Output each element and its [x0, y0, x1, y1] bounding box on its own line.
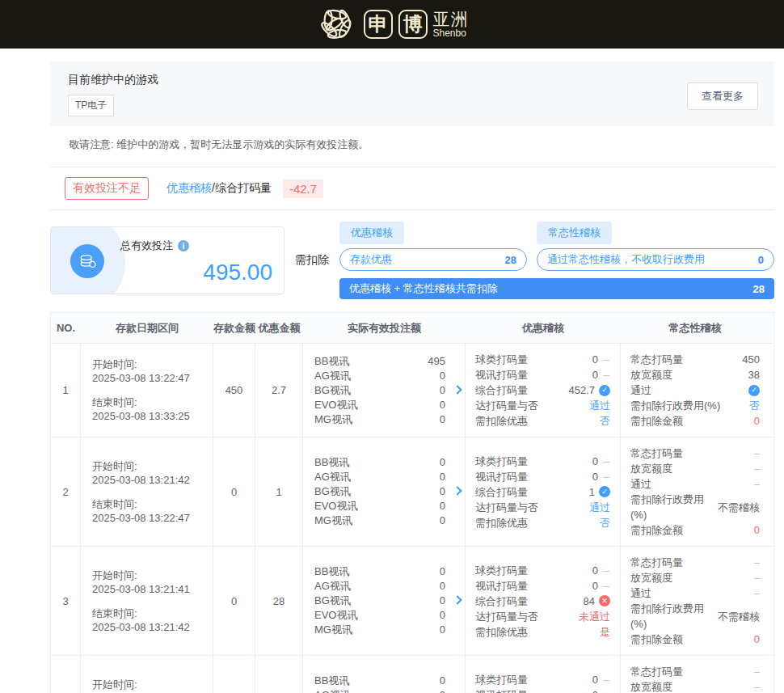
row-number: 3 [51, 547, 81, 655]
game-bet-value: 0 [440, 688, 445, 693]
game-bet-value: 495 [428, 354, 445, 369]
audit-line: 视讯打码量0– [475, 469, 610, 484]
audit-line: 视讯打码量0– [475, 578, 610, 594]
audit-line-value: – [754, 664, 760, 679]
bet-line: EVO视讯0 [314, 398, 445, 412]
game-bet-value: 0 [440, 412, 445, 427]
info-icon[interactable]: i [178, 240, 189, 251]
game-bet-value: 0 [440, 579, 445, 594]
audit-line-label: 通过 [630, 476, 754, 492]
deficit-value: -42.7 [283, 180, 323, 198]
game-bet-value: 0 [440, 369, 445, 383]
header-deposit-period: 存款日期区间 [81, 313, 213, 343]
bonus-amount: 1 [255, 437, 303, 546]
audit-line: 球类打码量0– [475, 454, 610, 469]
audit-line: 通过– [630, 476, 760, 492]
audit-line: 综合打码量1✓ [475, 484, 610, 500]
audit-line: 放宽额度– [630, 570, 760, 585]
end-time-label: 结束时间: [92, 395, 204, 409]
game-name: EVO视讯 [314, 398, 357, 412]
audit-line-value: 0 [592, 367, 598, 382]
audit-line-label: 需扣除行政费用(%) [630, 492, 718, 522]
audit-line-label: 常态打码量 [630, 446, 754, 461]
audit-line-value: 0 [592, 469, 598, 484]
deposit-period-cell: 开始时间:2025-03-08 02:05:16结束时间:2025-03-08 … [81, 656, 213, 693]
audit-line: 视讯打码量0– [475, 687, 610, 693]
audit-line-label: 需扣除优惠 [475, 515, 600, 530]
game-name: MG视讯 [314, 412, 352, 427]
deposit-period-cell: 开始时间:2025-03-08 13:22:47结束时间:2025-03-08 … [81, 344, 213, 437]
expand-chevron-icon[interactable] [453, 595, 462, 604]
start-time-label: 开始时间: [92, 568, 204, 582]
audit-line-label: 视讯打码量 [475, 367, 592, 382]
top-header-bar: 申 博 亚洲 Shenbo [0, 0, 784, 49]
maintenance-panel: 目前维护中的游戏 TP电子 查看更多 [50, 61, 774, 126]
table-header-row: NO. 存款日期区间 存款金额 优惠金额 实际有效投注额 优惠稽核 常态性稽核 [51, 313, 773, 344]
table-row: 4开始时间:2025-03-08 02:05:16结束时间:2025-03-08… [51, 656, 773, 693]
audit-line-value: 0 [754, 522, 760, 538]
tab-promo-audit[interactable]: 优惠稽核 [339, 222, 404, 244]
flower-logo-icon [316, 3, 358, 45]
page-content: 目前维护中的游戏 TP电子 查看更多 敬请注意: 维护中的游戏，暂时无法显示游戏… [50, 61, 774, 693]
audit-line-value: 0 [592, 454, 598, 469]
dash-icon: – [602, 455, 610, 467]
audit-line-label: 视讯打码量 [475, 469, 592, 484]
dash-icon: – [602, 354, 610, 366]
game-name: BB视讯 [314, 564, 349, 579]
audit-line-value: 0 [592, 578, 598, 594]
audit-line-label: 需扣除行政费用(%) [630, 601, 718, 632]
game-name: BB视讯 [314, 354, 349, 369]
audit-line-label: 放宽额度 [630, 367, 748, 382]
regular-deduction-field[interactable]: 通过常态性稽核，不收取行政费用 0 [537, 248, 774, 271]
audit-controls: 优惠稽核 常态性稽核 存款优惠 28 通过常态性稽核，不收取行政费用 0 优惠稽… [339, 222, 774, 299]
audit-line-label: 综合打码量 [475, 594, 584, 609]
dash-icon: – [602, 674, 610, 685]
audit-line-value: – [754, 570, 760, 585]
audit-line-label: 放宽额度 [630, 679, 754, 693]
brand-logo: 申 博 亚洲 Shenbo [316, 3, 469, 45]
promo-deduction-field[interactable]: 存款优惠 28 [339, 248, 527, 271]
promo-audit-link[interactable]: 优惠稽核 [166, 181, 212, 196]
header-regular-audit: 常态性稽核 [621, 313, 769, 343]
audit-line-label: 放宽额度 [630, 570, 754, 585]
table-row: 3开始时间:2025-03-08 13:21:41结束时间:2025-03-08… [51, 547, 773, 656]
bet-line: MG视讯0 [314, 412, 445, 427]
audit-line-label: 常态打码量 [630, 555, 754, 570]
deposit-amount: 450 [213, 344, 255, 437]
game-name: AG视讯 [314, 470, 351, 484]
audit-line-label: 需扣除优惠 [475, 624, 600, 640]
expand-chevron-icon[interactable] [453, 385, 462, 394]
deposit-amount: 0 [213, 656, 255, 693]
view-more-button[interactable]: 查看更多 [687, 82, 758, 110]
start-time-value: 2025-03-08 13:22:47 [92, 371, 204, 385]
start-time-value: 2025-03-08 13:21:41 [92, 582, 204, 596]
audit-line-label: 放宽额度 [630, 461, 754, 476]
game-name: BG视讯 [314, 383, 351, 398]
expand-chevron-icon[interactable] [453, 486, 462, 495]
header-bonus-amount: 优惠金额 [255, 313, 303, 343]
audit-table: NO. 存款日期区间 存款金额 优惠金额 实际有效投注额 优惠稽核 常态性稽核 … [50, 312, 774, 693]
composite-volume-label: /综合打码量 [212, 181, 272, 196]
header-no: NO. [51, 313, 81, 343]
game-name: EVO视讯 [314, 608, 357, 623]
bet-line: BB视讯0 [314, 674, 445, 688]
bet-line: MG视讯0 [314, 623, 445, 637]
game-bet-value: 0 [440, 383, 445, 398]
tab-regular-audit[interactable]: 常态性稽核 [537, 222, 612, 244]
header-actual-valid-bets: 实际有效投注额 [303, 313, 466, 343]
audit-line-value: 否 [600, 413, 610, 429]
regular-audit-cell: 常态打码量–放宽额度–通过–需扣除行政费用(%)不需稽核需扣除金额0 [621, 437, 769, 546]
date-gap [92, 596, 204, 606]
game-bet-value: 0 [440, 499, 445, 513]
audit-line-value: – [754, 461, 760, 476]
audit-line: 需扣除优惠否 [475, 515, 610, 530]
bet-line: AG视讯0 [314, 470, 445, 484]
audit-line-value: 84 [584, 594, 595, 609]
maintenance-notice: 敬请注意: 维护中的游戏，暂时无法显示游戏的实际有效投注额。 [69, 137, 774, 152]
dash-icon: – [602, 471, 610, 482]
audit-line-value: 0 [592, 563, 598, 578]
row-number: 1 [51, 344, 81, 437]
check-icon: ✓ [599, 486, 610, 497]
bet-line: MG视讯0 [314, 513, 445, 528]
audit-line-value: – [754, 446, 760, 461]
